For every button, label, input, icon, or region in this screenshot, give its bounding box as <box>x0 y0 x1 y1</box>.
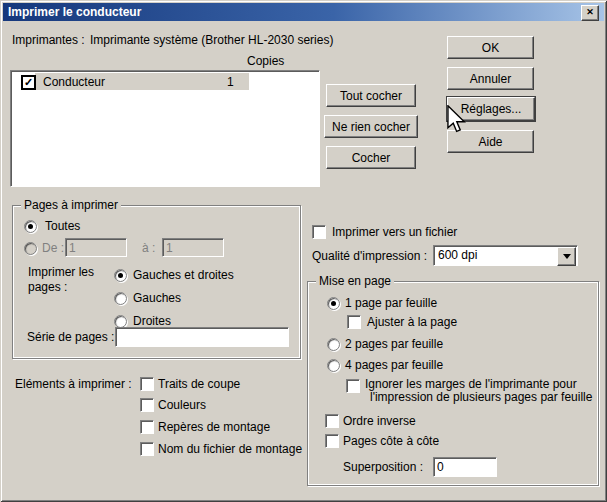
checkbox-fit-to-page[interactable] <box>347 315 361 329</box>
radio-four-pages-per-sheet[interactable] <box>327 359 340 372</box>
elements-to-print-label: Eléments à imprimer : <box>15 378 132 391</box>
fit-to-page-label: Ajuster à la page <box>367 316 457 329</box>
help-button[interactable]: Aide <box>447 130 534 153</box>
page-series-label: Série de pages : <box>27 331 114 344</box>
radio-left-and-right-label: Gauches et droites <box>133 269 234 282</box>
print-pages-label-line2: pages : <box>28 281 67 294</box>
to-page-input[interactable] <box>162 238 224 257</box>
checkbox-registration-marks[interactable] <box>140 420 154 434</box>
checkbox-montage-filename[interactable] <box>140 442 154 456</box>
print-quality-dropdown[interactable]: 600 dpi <box>433 245 578 266</box>
chevron-down-icon <box>563 254 571 259</box>
one-page-per-sheet-label: 1 page par feuille <box>345 297 437 310</box>
dialog-title: Imprimer le conducteur <box>3 5 141 19</box>
print-dialog: Imprimer le conducteur ✕ Imprimantes : I… <box>0 0 607 502</box>
check-button[interactable]: Cocher <box>326 146 416 169</box>
titlebar[interactable]: Imprimer le conducteur ✕ <box>3 3 604 21</box>
pages-group-legend: Pages à imprimer <box>21 199 121 212</box>
montage-filename-label: Nom du fichier de montage <box>158 443 302 456</box>
check-all-button[interactable]: Tout cocher <box>326 84 416 107</box>
reverse-order-label: Ordre inverse <box>343 415 416 428</box>
settings-button[interactable]: Réglages... <box>447 97 535 121</box>
radio-two-pages-per-sheet[interactable] <box>327 338 340 351</box>
two-pages-per-sheet-label: 2 pages par feuille <box>345 338 443 351</box>
print-pages-label-line1: Imprimer les <box>28 266 94 279</box>
checkbox-ignore-printer-margins[interactable] <box>346 379 360 393</box>
document-checkbox-checked[interactable]: ✓ <box>21 75 36 90</box>
page-series-input[interactable] <box>115 327 289 347</box>
document-listbox[interactable]: ✓ Conducteur 1 <box>10 70 320 187</box>
print-to-file-label: Imprimer vers un fichier <box>332 226 457 239</box>
print-quality-value: 600 dpi <box>438 248 477 262</box>
cancel-button[interactable]: Annuler <box>447 67 534 90</box>
ignore-margins-label-line2: l'impression de plusieurs pages par feui… <box>370 391 592 404</box>
checkbox-print-to-file[interactable] <box>312 225 326 239</box>
crop-marks-label: Traits de coupe <box>158 378 240 391</box>
print-quality-label: Qualité d'impression : <box>312 250 427 263</box>
from-label: De : <box>42 242 64 255</box>
radio-page-range[interactable] <box>24 242 37 255</box>
copies-column-header: Copies <box>247 55 284 68</box>
radio-one-page-per-sheet[interactable] <box>327 297 340 310</box>
printers-value: Imprimante système (Brother HL-2030 seri… <box>90 34 333 47</box>
close-icon: ✕ <box>586 7 594 17</box>
check-none-button[interactable]: Ne rien cocher <box>324 115 418 138</box>
dropdown-button[interactable] <box>557 247 576 266</box>
four-pages-per-sheet-label: 4 pages par feuille <box>345 359 443 372</box>
list-item[interactable]: ✓ Conducteur 1 <box>11 73 319 90</box>
printers-label: Imprimantes : <box>12 34 85 47</box>
document-copies: 1 <box>227 76 234 89</box>
document-name: Conducteur <box>43 76 105 89</box>
registration-marks-label: Repères de montage <box>158 421 270 434</box>
checkbox-reverse-order[interactable] <box>325 414 339 428</box>
close-button[interactable]: ✕ <box>581 5 599 21</box>
from-page-input[interactable] <box>65 238 127 257</box>
checkbox-colors[interactable] <box>140 398 154 412</box>
check-icon: ✓ <box>24 76 33 88</box>
radio-all-pages[interactable] <box>24 220 37 233</box>
radio-all-pages-label: Toutes <box>45 220 80 233</box>
overlap-input[interactable] <box>433 457 497 477</box>
to-label: à : <box>142 242 155 255</box>
ok-button[interactable]: OK <box>447 36 534 59</box>
pages-side-by-side-label: Pages côte à côte <box>343 435 439 448</box>
overlap-label: Superposition : <box>343 461 423 474</box>
layout-group-legend: Mise en page <box>316 275 394 288</box>
checkbox-crop-marks[interactable] <box>140 377 154 391</box>
radio-left-label: Gauches <box>133 292 181 305</box>
radio-left-pages[interactable] <box>114 292 127 305</box>
colors-label: Couleurs <box>158 399 206 412</box>
checkbox-pages-side-by-side[interactable] <box>325 434 339 448</box>
radio-left-and-right-pages[interactable] <box>114 269 127 282</box>
